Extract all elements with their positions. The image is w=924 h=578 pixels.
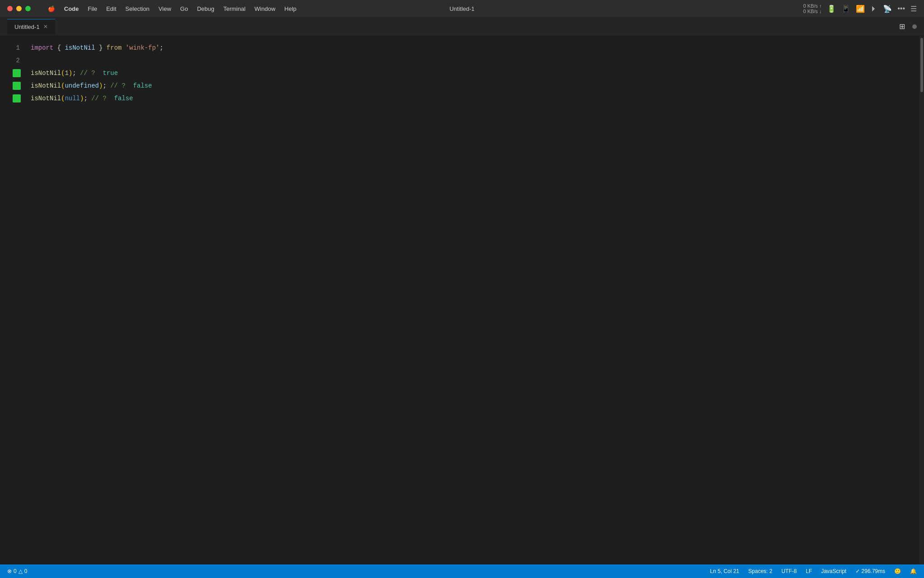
phone-icon: 📱 <box>841 5 850 13</box>
token-space-3b <box>95 67 103 79</box>
title-bar: 🍎 Code File Edit Selection View Go Debug… <box>0 0 924 17</box>
token-paren-close-5: ) <box>80 92 83 105</box>
indentation[interactable]: Spaces: 2 <box>748 568 772 574</box>
network-stats: 0 KB/s ↑0 KB/s ↓ <box>803 3 822 14</box>
line-numbers: 1 2 3 4 5 <box>0 36 27 564</box>
code-line-3: isNotNil ( 1 ) ; // ? true <box>31 67 924 79</box>
token-paren-close-3: ) <box>69 67 72 79</box>
editor-tab-untitled[interactable]: Untitled-1 ✕ <box>7 19 55 34</box>
play-icon: ⏵ <box>870 5 878 13</box>
menu-terminal[interactable]: Terminal <box>219 5 250 13</box>
token-comment-3: // ? <box>80 67 95 79</box>
error-count[interactable]: ⊗ 0 △ 0 <box>7 568 27 574</box>
menu-go[interactable]: Go <box>176 5 192 13</box>
token-null: null <box>65 92 80 105</box>
token-string-winkfp: 'wink-fp' <box>125 42 160 54</box>
token-paren-open-3: ( <box>61 67 65 79</box>
split-editor-icon[interactable]: ⊞ <box>899 22 905 31</box>
token-num-1: 1 <box>65 67 69 79</box>
minimize-button[interactable] <box>16 6 22 11</box>
menu-bar: 🍎 Code File Edit Selection View Go Debug… <box>43 5 301 13</box>
token-import-keyword: import <box>31 42 53 54</box>
token-paren-open-5: ( <box>61 92 65 105</box>
code-line-2 <box>31 54 924 67</box>
token-space-5b <box>106 92 114 105</box>
token-comment-5: // ? <box>91 92 106 105</box>
menu-edit[interactable]: Edit <box>102 5 120 13</box>
gutter-icon-3 <box>13 69 21 77</box>
token-space-4 <box>106 79 110 92</box>
vertical-scrollbar[interactable] <box>919 36 924 564</box>
window-title: Untitled-1 <box>449 5 475 12</box>
scrollbar-thumb[interactable] <box>920 38 923 92</box>
token-semi-5: ; <box>84 92 88 105</box>
token-comment-4: // ? <box>110 79 125 92</box>
token-space-3 <box>76 67 80 79</box>
token-undefined: undefined <box>65 79 99 92</box>
token-from: from <box>106 42 122 54</box>
menu-view[interactable]: View <box>154 5 176 13</box>
battery-icon: 🔋 <box>827 5 836 13</box>
status-bar-right: Ln 5, Col 21 Spaces: 2 UTF-8 LF JavaScri… <box>710 568 917 574</box>
token-isnotnil-call-4: isNotNil <box>31 79 61 92</box>
error-icon: ⊗ <box>7 568 12 574</box>
code-line-4: isNotNil ( undefined ) ; // ? false <box>31 79 924 92</box>
smiley-icon[interactable]: 🙂 <box>894 568 901 574</box>
status-bar: ⊗ 0 △ 0 Ln 5, Col 21 Spaces: 2 UTF-8 LF … <box>0 564 924 578</box>
warning-icon: △ <box>18 568 23 574</box>
line-number-1: 1 <box>0 42 20 54</box>
more-icon: ••• <box>897 5 905 13</box>
tab-filename: Untitled-1 <box>14 23 40 30</box>
traffic-lights <box>7 6 31 11</box>
token-paren-close-4: ) <box>99 79 102 92</box>
more-actions-icon[interactable] <box>912 24 917 29</box>
token-semi-1: ; <box>160 42 163 54</box>
menu-debug[interactable]: Debug <box>193 5 219 13</box>
tab-bar: Untitled-1 ✕ ⊞ <box>0 17 924 36</box>
menu-window[interactable]: Window <box>250 5 280 13</box>
close-button[interactable] <box>7 6 13 11</box>
token-isnotnil-1: isNotNil <box>65 42 95 54</box>
encoding[interactable]: UTF-8 <box>781 568 797 574</box>
timing: ✓ 296.79ms <box>855 568 885 574</box>
code-line-1: import { isNotNil } from 'wink-fp' ; <box>31 42 924 54</box>
token-plain-1: { <box>53 42 65 54</box>
cursor-position[interactable]: Ln 5, Col 21 <box>710 568 739 574</box>
status-bar-left: ⊗ 0 △ 0 <box>7 568 27 574</box>
error-number: 0 <box>14 568 17 574</box>
warning-number: 0 <box>24 568 28 574</box>
cast-icon: 📡 <box>883 5 892 13</box>
token-isnotnil-call-5: isNotNil <box>31 92 61 105</box>
code-line-5: isNotNil ( null ) ; // ? false <box>31 92 924 105</box>
wifi-icon: 📶 <box>856 5 865 13</box>
editor-area: 1 2 3 4 5 import { isNotNil } from 'wink… <box>0 36 924 564</box>
language-mode[interactable]: JavaScript <box>821 568 846 574</box>
token-plain-2: } <box>95 42 106 54</box>
token-semi-3: ; <box>72 67 76 79</box>
token-space-4b <box>125 79 133 92</box>
token-paren-open-4: ( <box>61 79 65 92</box>
token-semi-4: ; <box>103 79 106 92</box>
code-editor[interactable]: import { isNotNil } from 'wink-fp' ; isN… <box>27 36 924 564</box>
token-false-5: false <box>114 92 133 105</box>
bell-icon[interactable]: 🔔 <box>910 568 917 574</box>
menu-file[interactable]: File <box>83 5 102 13</box>
title-bar-controls: 0 KB/s ↑0 KB/s ↓ 🔋 📱 📶 ⏵ 📡 ••• ☰ <box>803 3 917 14</box>
gutter-icon-5 <box>13 94 21 103</box>
eol[interactable]: LF <box>806 568 812 574</box>
token-true-3: true <box>103 67 118 79</box>
menu-selection[interactable]: Selection <box>121 5 154 13</box>
line-number-2: 2 <box>0 54 20 67</box>
token-space-5 <box>88 92 91 105</box>
menu-code[interactable]: Code <box>60 5 83 13</box>
gutter-icon-4 <box>13 82 21 90</box>
list-icon: ☰ <box>910 5 917 13</box>
tab-close-icon[interactable]: ✕ <box>43 23 48 30</box>
tab-bar-actions: ⊞ <box>899 22 917 31</box>
token-isnotnil-call-3: isNotNil <box>31 67 61 79</box>
token-plain-3 <box>122 42 125 54</box>
maximize-button[interactable] <box>25 6 31 11</box>
menu-apple[interactable]: 🍎 <box>43 5 60 13</box>
token-false-4: false <box>133 79 152 92</box>
menu-help[interactable]: Help <box>280 5 301 13</box>
